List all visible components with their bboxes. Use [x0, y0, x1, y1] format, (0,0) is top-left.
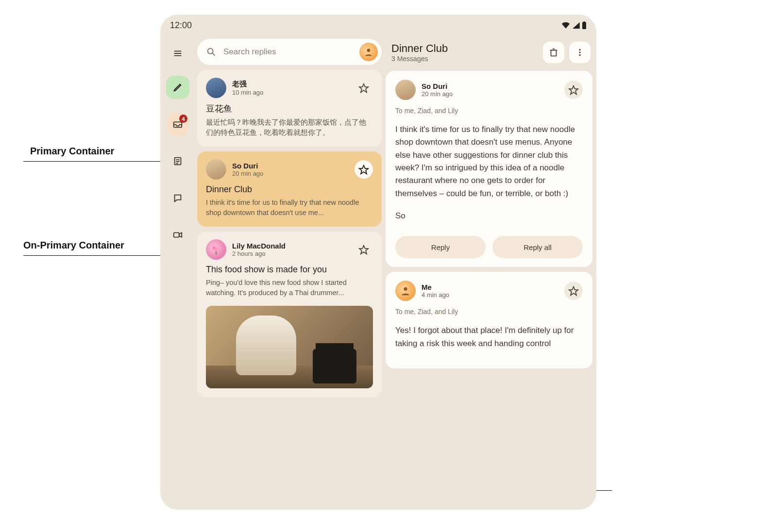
email-subject: 豆花鱼	[206, 103, 373, 115]
profile-avatar[interactable]	[359, 43, 378, 61]
email-head: So Duri 20 min ago	[206, 159, 373, 180]
sender-block: So Duri 20 min ago	[232, 162, 349, 177]
menu-button[interactable]	[166, 45, 189, 62]
list-pane: 老强 10 min ago 豆花鱼 最近忙吗？昨晚我去了你最爱的那家饭馆，点了他…	[197, 36, 382, 510]
hamburger-icon	[172, 48, 183, 59]
email-subject: This food show is made for you	[206, 265, 373, 275]
star-icon	[568, 285, 579, 296]
email-head: Lily MacDonald 2 hours ago	[206, 239, 373, 260]
status-icons	[561, 21, 587, 29]
reply-row: Reply Reply all	[395, 236, 583, 258]
star-icon	[358, 244, 369, 255]
email-time: 2 hours ago	[232, 250, 349, 257]
app-body: 4	[160, 36, 596, 510]
sender-name: So Duri	[232, 162, 349, 170]
thread-title: Dinner Club	[391, 42, 538, 55]
message-card: So Duri 20 min ago To me, Ziad, and Lily…	[386, 71, 592, 267]
nav-chat-button[interactable]	[166, 186, 189, 210]
email-card[interactable]: Lily MacDonald 2 hours ago This food sho…	[197, 232, 382, 397]
sender-avatar[interactable]	[206, 239, 226, 260]
search-input[interactable]	[223, 47, 353, 57]
message-sender: So Duri	[422, 82, 558, 90]
svg-point-23	[579, 54, 580, 56]
message-head: So Duri 20 min ago	[395, 80, 583, 100]
search-icon	[206, 47, 217, 57]
message-avatar[interactable]	[395, 80, 416, 100]
svg-rect-1	[583, 21, 585, 22]
scene-person	[236, 316, 296, 375]
device-frame: 12:00 4	[160, 15, 596, 510]
sender-name: 老强	[232, 80, 349, 89]
more-vert-icon	[574, 47, 585, 58]
inbox-badge: 4	[179, 115, 187, 123]
flowers-icon	[210, 243, 222, 256]
annotation-on-primary: On-Primary Container	[23, 240, 124, 251]
person-icon	[400, 285, 411, 296]
sender-avatar[interactable]	[206, 159, 226, 180]
nav-inbox-button[interactable]: 4	[166, 113, 189, 136]
nav-articles-button[interactable]	[166, 150, 189, 173]
message-card: Me 4 min ago To me, Ziad, and Lily Yes! …	[386, 272, 592, 368]
svg-marker-14	[359, 84, 368, 92]
sender-block: Lily MacDonald 2 hours ago	[232, 242, 349, 257]
message-sender: Me	[422, 283, 558, 291]
email-subject: Dinner Club	[206, 184, 373, 195]
svg-marker-24	[569, 86, 578, 94]
svg-point-21	[579, 49, 580, 50]
svg-rect-0	[582, 22, 586, 29]
reply-all-button[interactable]: Reply all	[492, 236, 583, 258]
message-body-text: Yes! I forgot about that place! I'm defi…	[395, 324, 583, 350]
star-button[interactable]	[564, 282, 583, 300]
detail-pane: Dinner Club 3 Messages So Duri 20 min ag…	[386, 36, 592, 510]
reply-button[interactable]: Reply	[395, 236, 486, 258]
email-card[interactable]: 老强 10 min ago 豆花鱼 最近忙吗？昨晚我去了你最爱的那家饭馆，点了他…	[197, 70, 382, 147]
status-time: 12:00	[170, 20, 192, 31]
detail-header: Dinner Club 3 Messages	[386, 39, 592, 66]
message-body-text: I think it's time for us to finally try …	[395, 123, 583, 200]
svg-rect-10	[174, 233, 179, 237]
message-avatar[interactable]	[395, 281, 416, 301]
nav-rail: 4	[162, 36, 193, 510]
scene-camera	[313, 349, 356, 383]
star-button[interactable]	[355, 79, 373, 97]
person-icon	[364, 47, 373, 57]
email-time: 20 min ago	[232, 170, 349, 177]
sender-avatar[interactable]	[206, 78, 226, 98]
thread-subtitle: 3 Messages	[391, 55, 538, 63]
status-bar: 12:00	[160, 15, 596, 36]
email-card-selected[interactable]: So Duri 20 min ago Dinner Club I think i…	[197, 151, 382, 227]
pencil-icon	[172, 82, 183, 93]
star-button[interactable]	[355, 240, 373, 259]
svg-line-12	[213, 53, 215, 56]
compose-button[interactable]	[166, 76, 189, 99]
email-image[interactable]	[206, 306, 373, 388]
message-time: 4 min ago	[422, 291, 558, 299]
delete-button[interactable]	[543, 42, 564, 63]
email-time: 10 min ago	[232, 89, 349, 96]
star-icon	[358, 83, 369, 93]
search-bar[interactable]	[197, 39, 382, 65]
annotation-primary: Primary Container	[30, 146, 114, 157]
svg-point-17	[216, 246, 220, 249]
video-icon	[172, 230, 183, 240]
document-icon	[172, 156, 183, 166]
star-button[interactable]	[564, 81, 583, 99]
sender-name: Lily MacDonald	[232, 242, 349, 250]
more-button[interactable]	[569, 42, 591, 63]
message-body: Yes! I forgot about that place! I'm defi…	[395, 324, 583, 360]
trash-icon	[548, 47, 559, 58]
detail-title-block: Dinner Club 3 Messages	[391, 42, 538, 63]
svg-marker-26	[569, 287, 578, 295]
email-preview: Ping– you'd love this new food show I st…	[206, 278, 373, 298]
wifi-icon	[561, 22, 570, 29]
star-button[interactable]	[355, 160, 373, 179]
svg-point-11	[208, 49, 213, 54]
message-body: I think it's time for us to finally try …	[395, 123, 583, 232]
email-head: 老强 10 min ago	[206, 78, 373, 98]
svg-point-18	[215, 249, 218, 251]
message-signature: So	[395, 210, 583, 222]
annotation-on-primary-line-h	[23, 255, 161, 256]
battery-icon	[582, 21, 587, 29]
nav-video-button[interactable]	[166, 223, 189, 247]
svg-point-22	[579, 51, 580, 53]
